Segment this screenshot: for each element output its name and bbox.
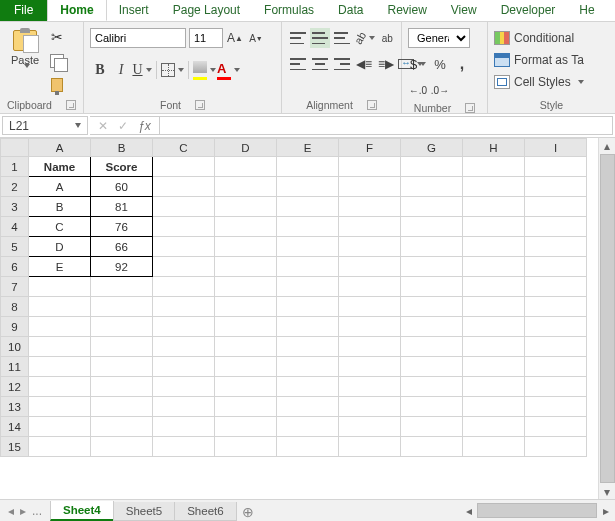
cell-F7[interactable] bbox=[339, 277, 401, 297]
row-header-14[interactable]: 14 bbox=[1, 417, 29, 437]
format-as-table-button[interactable]: Format as Ta bbox=[494, 50, 584, 70]
cell-C12[interactable] bbox=[153, 377, 215, 397]
name-box-dropdown-icon[interactable] bbox=[75, 123, 81, 128]
cell-D4[interactable] bbox=[215, 217, 277, 237]
cell-C1[interactable] bbox=[153, 157, 215, 177]
cell-H13[interactable] bbox=[463, 397, 525, 417]
italic-button[interactable]: I bbox=[111, 60, 131, 80]
cell-E15[interactable] bbox=[277, 437, 339, 457]
tab-view[interactable]: View bbox=[439, 0, 489, 21]
enter-formula-button[interactable]: ✓ bbox=[118, 119, 128, 133]
cell-E14[interactable] bbox=[277, 417, 339, 437]
cell-E1[interactable] bbox=[277, 157, 339, 177]
cell-B12[interactable] bbox=[91, 377, 153, 397]
row-header-10[interactable]: 10 bbox=[1, 337, 29, 357]
col-header-H[interactable]: H bbox=[463, 139, 525, 157]
row-header-12[interactable]: 12 bbox=[1, 377, 29, 397]
cell-I11[interactable] bbox=[525, 357, 587, 377]
new-sheet-button[interactable]: ⊕ bbox=[236, 503, 260, 521]
cell-D11[interactable] bbox=[215, 357, 277, 377]
cell-H12[interactable] bbox=[463, 377, 525, 397]
align-top-button[interactable] bbox=[288, 28, 308, 48]
decrease-font-button[interactable]: A▼ bbox=[247, 29, 265, 47]
cell-I2[interactable] bbox=[525, 177, 587, 197]
cell-C11[interactable] bbox=[153, 357, 215, 377]
cell-F13[interactable] bbox=[339, 397, 401, 417]
cell-G10[interactable] bbox=[401, 337, 463, 357]
tab-developer[interactable]: Developer bbox=[489, 0, 568, 21]
orientation-button[interactable]: ab bbox=[354, 28, 375, 48]
cell-B11[interactable] bbox=[91, 357, 153, 377]
sheet-tab-sheet5[interactable]: Sheet5 bbox=[113, 502, 175, 521]
row-header-11[interactable]: 11 bbox=[1, 357, 29, 377]
number-dialog-launcher[interactable] bbox=[465, 103, 475, 113]
row-header-9[interactable]: 9 bbox=[1, 317, 29, 337]
cell-F9[interactable] bbox=[339, 317, 401, 337]
alignment-dialog-launcher[interactable] bbox=[367, 100, 377, 110]
cell-G1[interactable] bbox=[401, 157, 463, 177]
cell-H4[interactable] bbox=[463, 217, 525, 237]
cell-D7[interactable] bbox=[215, 277, 277, 297]
cell-I9[interactable] bbox=[525, 317, 587, 337]
increase-font-button[interactable]: A▲ bbox=[226, 29, 244, 47]
decrease-decimal-button[interactable]: .0→ bbox=[430, 80, 450, 100]
cell-E5[interactable] bbox=[277, 237, 339, 257]
cell-H14[interactable] bbox=[463, 417, 525, 437]
cell-H9[interactable] bbox=[463, 317, 525, 337]
cell-D9[interactable] bbox=[215, 317, 277, 337]
cell-E9[interactable] bbox=[277, 317, 339, 337]
percent-format-button[interactable]: % bbox=[430, 54, 450, 74]
cell-G9[interactable] bbox=[401, 317, 463, 337]
cell-G15[interactable] bbox=[401, 437, 463, 457]
cell-F8[interactable] bbox=[339, 297, 401, 317]
cell-F5[interactable] bbox=[339, 237, 401, 257]
paste-dropdown-icon[interactable] bbox=[21, 68, 30, 82]
cell-A15[interactable] bbox=[29, 437, 91, 457]
cell-F3[interactable] bbox=[339, 197, 401, 217]
row-header-5[interactable]: 5 bbox=[1, 237, 29, 257]
tab-file[interactable]: File bbox=[0, 0, 47, 21]
row-header-4[interactable]: 4 bbox=[1, 217, 29, 237]
sheet-tab-sheet6[interactable]: Sheet6 bbox=[174, 502, 236, 521]
cell-G12[interactable] bbox=[401, 377, 463, 397]
cell-E7[interactable] bbox=[277, 277, 339, 297]
cell-C6[interactable] bbox=[153, 257, 215, 277]
cell-C8[interactable] bbox=[153, 297, 215, 317]
tab-help[interactable]: He bbox=[567, 0, 606, 21]
col-header-B[interactable]: B bbox=[91, 139, 153, 157]
cell-I8[interactable] bbox=[525, 297, 587, 317]
cell-A2[interactable]: A bbox=[29, 177, 91, 197]
cell-C15[interactable] bbox=[153, 437, 215, 457]
cell-A5[interactable]: D bbox=[29, 237, 91, 257]
cell-F4[interactable] bbox=[339, 217, 401, 237]
cell-A8[interactable] bbox=[29, 297, 91, 317]
scroll-right-button[interactable]: ▸ bbox=[598, 503, 613, 518]
cell-E2[interactable] bbox=[277, 177, 339, 197]
cell-C10[interactable] bbox=[153, 337, 215, 357]
row-header-1[interactable]: 1 bbox=[1, 157, 29, 177]
cell-I1[interactable] bbox=[525, 157, 587, 177]
cell-G4[interactable] bbox=[401, 217, 463, 237]
cell-E10[interactable] bbox=[277, 337, 339, 357]
cell-A11[interactable] bbox=[29, 357, 91, 377]
cell-E8[interactable] bbox=[277, 297, 339, 317]
cell-F6[interactable] bbox=[339, 257, 401, 277]
cell-G8[interactable] bbox=[401, 297, 463, 317]
cell-D8[interactable] bbox=[215, 297, 277, 317]
wrap-text-button[interactable]: ab bbox=[377, 28, 397, 48]
cell-F11[interactable] bbox=[339, 357, 401, 377]
cell-G11[interactable] bbox=[401, 357, 463, 377]
cell-B4[interactable]: 76 bbox=[91, 217, 153, 237]
cell-E3[interactable] bbox=[277, 197, 339, 217]
cell-I12[interactable] bbox=[525, 377, 587, 397]
row-header-13[interactable]: 13 bbox=[1, 397, 29, 417]
row-header-3[interactable]: 3 bbox=[1, 197, 29, 217]
cell-C9[interactable] bbox=[153, 317, 215, 337]
scroll-down-button[interactable]: ▾ bbox=[600, 484, 615, 499]
scroll-left-button[interactable]: ◂ bbox=[461, 503, 476, 518]
cell-D6[interactable] bbox=[215, 257, 277, 277]
font-color-button[interactable]: A bbox=[217, 60, 240, 80]
select-all-corner[interactable] bbox=[1, 139, 29, 157]
cell-E13[interactable] bbox=[277, 397, 339, 417]
cell-C7[interactable] bbox=[153, 277, 215, 297]
